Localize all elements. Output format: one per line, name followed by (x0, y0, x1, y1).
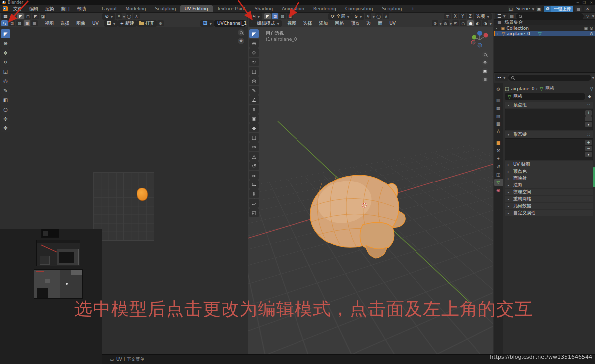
tab-physics[interactable]: ↺ (494, 163, 503, 171)
tweak-tool-icon[interactable]: ◤ (17, 13, 24, 19)
inset-faces-tool[interactable]: ▣ (249, 114, 259, 123)
uv-sync-selection-toggle[interactable]: ⇆ (1, 20, 8, 26)
workspace-tab[interactable]: + (407, 5, 419, 12)
measure-tool[interactable]: ∠ (249, 95, 259, 104)
tab-modifiers[interactable]: ⚒ (494, 147, 503, 155)
add-item-button[interactable]: + (585, 110, 592, 116)
rip-region-tool[interactable]: ◰ (249, 208, 259, 217)
select-mode-edge-button[interactable]: ⊟ (279, 13, 286, 19)
tweak-tool[interactable]: ◤ (249, 29, 259, 38)
select-mode-face-button[interactable]: ⊞ (287, 13, 293, 19)
uv-pinch-tool[interactable]: ✤ (1, 123, 10, 132)
uv-select-island-icon[interactable]: ▦ (31, 20, 38, 26)
uv-annotate-tool[interactable]: ✎ (1, 86, 10, 95)
mode-dropdown[interactable]: ⬚编辑模式▼ (249, 20, 282, 27)
workspace-tab[interactable]: Shading (250, 5, 278, 12)
shape-keys-list[interactable]: + − ▾ (505, 138, 593, 160)
uv-menu-item[interactable]: 选择 (57, 20, 73, 27)
camera-view-icon[interactable]: ▣ (482, 68, 488, 74)
object-row-airplane[interactable]: ▸ ▽ airplane_0 ▽ ⊙ (494, 31, 595, 36)
uv-relax-tool[interactable]: ✣ (1, 114, 10, 123)
uv-select-face-icon[interactable]: ⊞ (24, 20, 30, 26)
workspace-tab[interactable]: UV Editing (180, 5, 213, 12)
collapsed-panel-header[interactable]: ▸几何数据 (505, 203, 593, 209)
spin-tool[interactable]: ↺ (249, 161, 259, 170)
viewport-editor-type-dropdown[interactable]: ◳▼ (249, 13, 262, 20)
bevel-tool[interactable]: ◆ (249, 123, 259, 132)
remove-item-button[interactable]: − (585, 146, 592, 151)
eye-icon[interactable]: ⊙ (589, 26, 593, 31)
navigation-gizmo[interactable] (471, 30, 489, 50)
uv-image-pin-dropdown[interactable]: 🖼▼ (200, 20, 214, 27)
snap-magnet-icon[interactable]: ⚲ (365, 13, 371, 19)
show-gizmo-icon[interactable]: ⊛ (432, 20, 438, 26)
proportional-edit-icon[interactable]: ◯ (375, 13, 382, 19)
vertex-groups-list[interactable]: + − ▾ (505, 109, 593, 130)
app-menu-item[interactable]: 窗口 (58, 5, 73, 13)
scrollbar[interactable] (593, 167, 595, 187)
move-tool[interactable]: ✥ (249, 48, 259, 57)
upload-button[interactable]: ❂ 一键上传 (544, 6, 573, 12)
panel-header-shape-keys[interactable]: ▾形态键 ∷ (505, 131, 593, 138)
viewport-menu-item[interactable]: 选择 (299, 20, 315, 27)
collection-row[interactable]: ▾ ▣ Collection ▣ ⊙ (494, 25, 595, 31)
view-layer-icon[interactable]: ▤ (575, 6, 582, 12)
uv-cursor-tool[interactable]: ⊕ (1, 39, 10, 48)
viewport-menu-item[interactable]: 网格 (331, 20, 347, 27)
app-menu-item[interactable]: 渲染 (42, 5, 58, 13)
uv-scale-tool[interactable]: ◱ (1, 67, 10, 76)
maximize-button[interactable]: ❐ (583, 1, 586, 5)
uv-snap-icon[interactable]: ⚲ (116, 13, 122, 19)
mirror-axis-button[interactable]: X (452, 13, 458, 19)
filter-icon[interactable]: ▽ (584, 13, 591, 19)
shading-material-icon[interactable]: ◐ (475, 20, 481, 26)
shading-wireframe-icon[interactable]: ○ (460, 20, 466, 26)
uv-proportional-icon[interactable]: ◯ (126, 13, 132, 19)
tab-particles[interactable]: ✦ (494, 155, 503, 163)
panel-header-vertex-groups[interactable]: ▾顶点组 ∷ (505, 102, 593, 108)
close-button[interactable]: ✕ (590, 1, 593, 5)
properties-search[interactable] (508, 75, 592, 81)
collapsed-panel-header[interactable]: ▸面映射 (505, 175, 593, 182)
loop-cut-tool[interactable]: ◫ (249, 133, 259, 142)
uv-menu-item[interactable]: 图像 (73, 20, 89, 27)
tab-view-layer[interactable]: ▧ (494, 112, 503, 120)
uv-island[interactable] (137, 188, 148, 201)
uv-grab-tool[interactable]: ○ (1, 105, 10, 114)
select-circle-icon[interactable]: ◩ (32, 13, 39, 19)
tab-constraints[interactable]: ◫ (494, 171, 503, 179)
pan-hand-icon[interactable]: ✥ (238, 38, 244, 44)
uv-pivot-dropdown[interactable]: ⊙▼ (102, 13, 115, 20)
tab-render[interactable]: ▥ (494, 96, 503, 104)
minimize-button[interactable]: ─ (577, 1, 579, 5)
workspace-tab[interactable]: Texture Paint (213, 5, 250, 12)
mirror-axis-button[interactable]: Y (459, 13, 466, 19)
tab-world[interactable]: ♁ (494, 128, 503, 136)
workspace-tab[interactable]: Animation (277, 5, 309, 12)
airplane-model[interactable] (303, 167, 406, 258)
blender-menu-icon[interactable] (3, 6, 8, 11)
uv-rotate-tool[interactable]: ↻ (1, 58, 10, 66)
new-scene-icon[interactable]: ▣ (536, 6, 542, 12)
transform-tool[interactable]: ◎ (249, 76, 259, 85)
uv-falloff-icon[interactable]: ∧ (133, 13, 140, 19)
options-dropdown[interactable]: 选项▼ (474, 13, 492, 20)
perspective-toggle-icon[interactable]: ⊞ (482, 76, 488, 83)
tab-output[interactable]: ▦ (494, 104, 503, 112)
shading-rendered-icon[interactable]: ◑ (482, 20, 488, 26)
collapsed-panel-header[interactable]: ▸顶点色 (505, 168, 593, 175)
uv-select-vertex-icon[interactable]: ⊡ (9, 20, 15, 26)
collapsed-panel-header[interactable]: ▸纹理空间 (505, 189, 593, 195)
viewport-menu-item[interactable]: 边 (363, 20, 374, 27)
mirror-axis-button[interactable]: Z (467, 13, 473, 19)
scene-collection-row[interactable]: ▦ 场景集合 (494, 20, 595, 25)
expand-icon[interactable]: ▸ (497, 32, 500, 35)
viewport-menu-item[interactable]: UV (386, 20, 399, 27)
remove-view-layer-icon[interactable]: ✕ (584, 6, 591, 12)
uv-select-edge-icon[interactable]: ⊟ (16, 20, 23, 26)
eye-icon[interactable]: ⊙ (589, 31, 593, 36)
fake-user-icon[interactable]: ◆ (586, 93, 593, 100)
specials-menu-icon[interactable]: ▾ (585, 122, 592, 127)
poly-build-tool[interactable]: △ (249, 152, 259, 161)
extrude-tool[interactable]: ⇧ (249, 105, 259, 114)
